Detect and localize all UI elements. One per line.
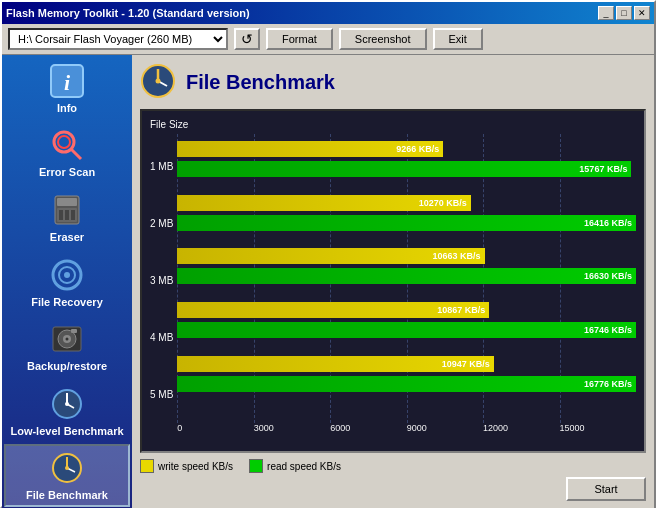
y-label-4mb: 4 MB [150,332,173,343]
main-window: Flash Memory Toolkit - 1.20 (Standard ve… [0,0,656,508]
sidebar-item-eraser[interactable]: Eraser [4,186,130,249]
error-scan-icon [49,127,85,163]
sidebar: i Info Error Scan [2,55,132,508]
bar-group-5mb: 10947 KB/s 16776 KB/s [177,355,636,397]
drive-select[interactable]: H:\ Corsair Flash Voyager (260 MB) [8,28,228,50]
read-bar-3mb: 16630 KB/s [177,268,636,284]
read-bar-1mb: 15767 KB/s [177,161,631,177]
bar-group-2mb: 10270 KB/s 16416 KB/s [177,194,636,236]
write-label-2mb: 10270 KB/s [419,198,467,208]
chart-inner: 1 MB 2 MB 3 MB 4 MB 5 MB [150,134,636,443]
sidebar-item-low-level-benchmark[interactable]: Low-level Benchmark [4,380,130,443]
toolbar: H:\ Corsair Flash Voyager (260 MB) ↺ For… [2,24,654,55]
svg-point-13 [64,272,70,278]
read-bar-2mb: 16416 KB/s [177,215,636,231]
legend-write: write speed KB/s [140,459,233,473]
y-label-1mb: 1 MB [150,161,173,172]
read-bar-5mb: 16776 KB/s [177,376,636,392]
chart-y-labels: 1 MB 2 MB 3 MB 4 MB 5 MB [150,134,177,443]
bar-row-write-3mb: 10663 KB/s [177,247,636,265]
read-label-5mb: 16776 KB/s [584,379,632,389]
file-recovery-icon [49,257,85,293]
write-bar-3mb: 10663 KB/s [177,248,484,264]
svg-point-22 [65,402,69,406]
legend-read-box [249,459,263,473]
title-bar: Flash Memory Toolkit - 1.20 (Standard ve… [2,2,654,24]
close-button[interactable]: ✕ [634,6,650,20]
backup-restore-icon [49,321,85,357]
write-bar-1mb: 9266 KB/s [177,141,443,157]
refresh-button[interactable]: ↺ [234,28,260,50]
start-btn-area: Start [140,473,646,501]
file-benchmark-header-icon [140,63,176,101]
x-label-6000: 6000 [330,423,406,433]
content-header: File Benchmark [140,63,646,101]
minimize-button[interactable]: _ [598,6,614,20]
bars-area: 9266 KB/s 15767 KB/s [177,134,636,423]
legend-write-box [140,459,154,473]
read-label-2mb: 16416 KB/s [584,218,632,228]
bar-group-1mb: 9266 KB/s 15767 KB/s [177,140,636,182]
info-icon: i [49,63,85,99]
sidebar-item-file-recovery[interactable]: File Recovery [4,251,130,314]
write-bar-5mb: 10947 KB/s [177,356,493,372]
write-label-3mb: 10663 KB/s [433,251,481,261]
x-label-12000: 12000 [483,423,559,433]
sidebar-item-backup-restore-label: Backup/restore [27,360,107,372]
bar-row-read-4mb: 16746 KB/s [177,321,636,339]
file-benchmark-icon [49,450,85,486]
exit-button[interactable]: Exit [433,28,483,50]
format-button[interactable]: Format [266,28,333,50]
low-level-benchmark-icon [49,386,85,422]
sidebar-item-error-scan[interactable]: Error Scan [4,122,130,185]
bar-row-read-3mb: 16630 KB/s [177,267,636,285]
legend-read-label: read speed KB/s [267,461,341,472]
svg-rect-8 [59,210,63,220]
refresh-icon: ↺ [241,31,253,47]
x-axis: 0 3000 6000 9000 12000 15000 [177,423,636,443]
screenshot-button[interactable]: Screenshot [339,28,427,50]
svg-rect-10 [71,210,75,220]
write-label-1mb: 9266 KB/s [396,144,439,154]
sidebar-item-info[interactable]: i Info [4,57,130,120]
bar-row-write-4mb: 10867 KB/s [177,301,636,319]
svg-rect-9 [65,210,69,220]
sidebar-item-eraser-label: Eraser [50,231,84,243]
x-label-0: 0 [177,423,253,433]
eraser-icon [49,192,85,228]
sidebar-item-info-label: Info [57,102,77,114]
read-label-1mb: 15767 KB/s [579,164,627,174]
bar-group-3mb: 10663 KB/s 16630 KB/s [177,247,636,289]
sidebar-item-low-level-benchmark-label: Low-level Benchmark [10,425,123,437]
content-area: File Benchmark File Size 1 MB 2 MB 3 MB … [132,55,654,508]
chart-container: File Size 1 MB 2 MB 3 MB 4 MB 5 MB [140,109,646,453]
svg-rect-18 [71,329,77,333]
bar-row-write-1mb: 9266 KB/s [177,140,636,158]
content-title: File Benchmark [186,71,335,94]
bar-row-read-2mb: 16416 KB/s [177,214,636,232]
y-label-3mb: 3 MB [150,275,173,286]
svg-line-4 [71,149,81,159]
sidebar-item-backup-restore[interactable]: Backup/restore [4,315,130,378]
start-button[interactable]: Start [566,477,646,501]
svg-point-26 [65,466,69,470]
write-label-5mb: 10947 KB/s [442,359,490,369]
sidebar-item-file-benchmark[interactable]: File Benchmark [4,444,130,507]
read-label-3mb: 16630 KB/s [584,271,632,281]
title-bar-buttons: _ □ ✕ [598,6,650,20]
read-bar-4mb: 16746 KB/s [177,322,636,338]
y-label-2mb: 2 MB [150,218,173,229]
x-label-9000: 9000 [407,423,483,433]
write-bar-2mb: 10270 KB/s [177,195,471,211]
bar-row-read-5mb: 16776 KB/s [177,375,636,393]
write-label-4mb: 10867 KB/s [437,305,485,315]
x-label-3000: 3000 [254,423,330,433]
legend-write-label: write speed KB/s [158,461,233,472]
y-label-5mb: 5 MB [150,389,173,400]
main-area: i Info Error Scan [2,55,654,508]
bar-row-write-2mb: 10270 KB/s [177,194,636,212]
maximize-button[interactable]: □ [616,6,632,20]
sidebar-item-file-benchmark-label: File Benchmark [26,489,108,501]
bar-row-read-1mb: 15767 KB/s [177,160,636,178]
legend-read: read speed KB/s [249,459,341,473]
